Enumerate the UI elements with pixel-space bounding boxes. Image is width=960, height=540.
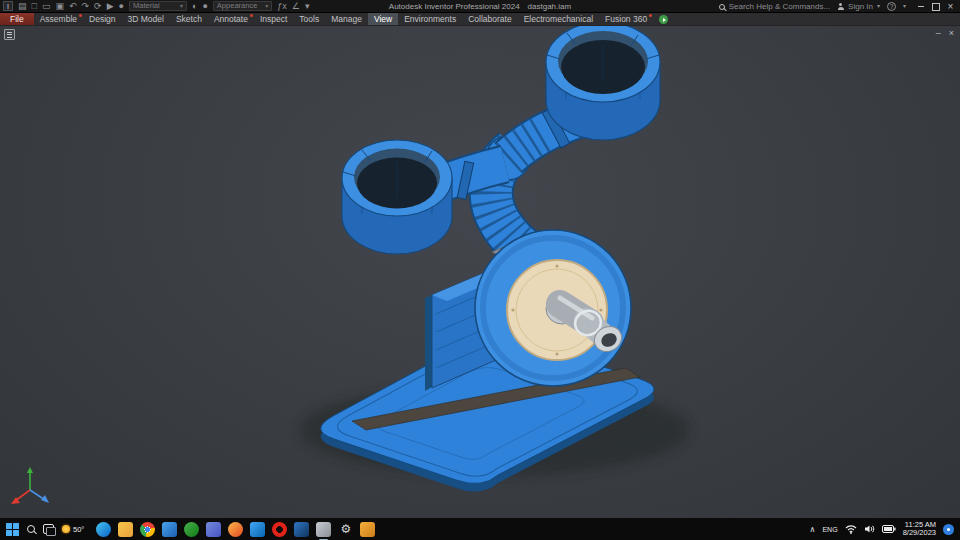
ring-outlet-right[interactable] bbox=[546, 26, 660, 140]
quick-access-toolbar: I ▤□▭▣↶↷⟳▶●Material▾◐●Appearance▾ƒx∠▾ bbox=[0, 0, 309, 13]
ring-outlet-left[interactable] bbox=[342, 140, 452, 254]
tab-assemble[interactable]: Assemble bbox=[34, 13, 83, 25]
tab-manage[interactable]: Manage bbox=[325, 13, 368, 25]
taskbar-app-file-explorer[interactable] bbox=[118, 522, 133, 537]
appearance-dropdown[interactable]: Appearance▾ bbox=[213, 1, 272, 11]
tab-label: 3D Model bbox=[128, 14, 164, 24]
appearance-dropdown-label: Appearance bbox=[217, 2, 257, 10]
origin-triad-icon bbox=[11, 467, 49, 504]
save-icon[interactable]: ▣ bbox=[55, 0, 64, 13]
update-icon[interactable]: ⟳ bbox=[94, 0, 102, 13]
window-maximize-button[interactable] bbox=[928, 0, 943, 13]
weather-temp: 50° bbox=[73, 525, 84, 534]
tab-file[interactable]: File bbox=[0, 13, 34, 25]
app-menu-icon[interactable]: ▤ bbox=[18, 0, 27, 13]
sign-in-button[interactable]: Sign In ▾ bbox=[837, 0, 880, 13]
taskbar-app-settings[interactable]: ⚙ bbox=[338, 522, 353, 537]
start-button[interactable] bbox=[6, 523, 19, 536]
open-icon[interactable]: ▭ bbox=[42, 0, 51, 13]
document-close-icon[interactable]: × bbox=[949, 28, 954, 38]
redo-icon[interactable]: ↷ bbox=[82, 0, 90, 13]
weather-widget[interactable]: 50° bbox=[62, 525, 84, 534]
notification-dot bbox=[79, 14, 82, 17]
taskbar-search-button[interactable] bbox=[27, 525, 35, 533]
notification-center-button[interactable] bbox=[943, 524, 954, 535]
tab-inspect[interactable]: Inspect bbox=[254, 13, 293, 25]
windows-taskbar: 50° ⚙ ∧ ENG 11:25 AM 8/29/2023 bbox=[0, 518, 960, 540]
battery-icon[interactable] bbox=[882, 525, 896, 533]
taskbar-app-opera[interactable] bbox=[272, 522, 287, 537]
notification-dot bbox=[250, 14, 253, 17]
undo-icon[interactable]: ↶ bbox=[69, 0, 77, 13]
appearance-sphere-icon[interactable]: ● bbox=[202, 0, 207, 13]
select-icon[interactable]: ▶ bbox=[107, 0, 114, 13]
tab-3d-model[interactable]: 3D Model bbox=[122, 13, 170, 25]
window-minimize-button[interactable] bbox=[913, 0, 928, 13]
taskbar-app-notepad[interactable] bbox=[360, 522, 375, 537]
tab-sketch[interactable]: Sketch bbox=[170, 13, 208, 25]
tab-label: Sketch bbox=[176, 14, 202, 24]
material-sphere-icon[interactable]: ● bbox=[119, 0, 124, 13]
screencast-play-icon[interactable] bbox=[659, 15, 668, 24]
clock[interactable]: 11:25 AM 8/29/2023 bbox=[903, 521, 936, 538]
language-indicator[interactable]: ENG bbox=[822, 526, 837, 533]
dropdown-caret-icon[interactable]: ▾ bbox=[305, 0, 310, 13]
tab-collaborate[interactable]: Collaborate bbox=[462, 13, 517, 25]
tab-label: Tools bbox=[299, 14, 319, 24]
help-caret-icon[interactable]: ▾ bbox=[903, 0, 906, 13]
app-title: Autodesk Inventor Professional 2024 bbox=[389, 2, 520, 11]
parameters-icon[interactable]: ƒx bbox=[277, 0, 287, 13]
taskbar-app-edge[interactable] bbox=[96, 522, 111, 537]
taskbar-app-vscode[interactable] bbox=[250, 522, 265, 537]
taskbar-apps: ⚙ bbox=[96, 522, 375, 537]
title-bar: I ▤□▭▣↶↷⟳▶●Material▾◐●Appearance▾ƒx∠▾ Au… bbox=[0, 0, 960, 13]
sun-icon bbox=[62, 525, 70, 533]
measure-icon[interactable]: ∠ bbox=[292, 0, 300, 13]
tab-annotate[interactable]: Annotate bbox=[208, 13, 254, 25]
help-icon[interactable]: ? bbox=[887, 2, 896, 11]
sign-in-label: Sign In bbox=[848, 2, 873, 11]
taskbar-app-chrome[interactable] bbox=[140, 522, 155, 537]
notification-dot bbox=[649, 14, 652, 17]
tab-environments[interactable]: Environments bbox=[398, 13, 462, 25]
adjust-icon[interactable]: ◐ bbox=[192, 0, 197, 13]
taskbar-app-autodesk-inventor[interactable] bbox=[316, 522, 331, 537]
material-dropdown[interactable]: Material▾ bbox=[129, 1, 187, 11]
tab-label: Annotate bbox=[214, 14, 248, 24]
tab-label: Electromechanical bbox=[524, 14, 593, 24]
tab-label: Environments bbox=[404, 14, 456, 24]
task-view-button[interactable] bbox=[43, 524, 54, 534]
tab-electromechanical[interactable]: Electromechanical bbox=[518, 13, 599, 25]
document-minimize-icon[interactable]: – bbox=[936, 28, 941, 38]
tab-view[interactable]: View bbox=[368, 13, 398, 25]
taskbar-app-photos[interactable] bbox=[162, 522, 177, 537]
tab-design[interactable]: Design bbox=[83, 13, 121, 25]
system-tray: ∧ ENG 11:25 AM 8/29/2023 bbox=[810, 521, 954, 538]
material-dropdown-label: Material bbox=[133, 2, 160, 10]
tray-date: 8/29/2023 bbox=[903, 529, 936, 538]
inventor-app-icon[interactable]: I bbox=[3, 1, 13, 11]
tab-tools[interactable]: Tools bbox=[293, 13, 325, 25]
taskbar-app-discord[interactable] bbox=[206, 522, 221, 537]
taskbar-app-xbox[interactable] bbox=[184, 522, 199, 537]
caret-icon: ▾ bbox=[265, 2, 268, 10]
ribbon-tab-bar: FileAssembleDesign3D ModelSketchAnnotate… bbox=[0, 13, 960, 26]
volume-icon[interactable] bbox=[864, 524, 875, 534]
model-viewport[interactable]: – × bbox=[0, 26, 960, 518]
search-help-commands[interactable]: Search Help & Commands... bbox=[719, 2, 830, 11]
3d-scene[interactable] bbox=[0, 26, 960, 518]
taskbar-app-firefox[interactable] bbox=[228, 522, 243, 537]
browser-panel-toggle[interactable] bbox=[4, 29, 15, 40]
tab-fusion-360[interactable]: Fusion 360 bbox=[599, 13, 653, 25]
tray-overflow-chevron-icon[interactable]: ∧ bbox=[810, 525, 816, 534]
search-icon bbox=[27, 525, 35, 533]
tab-label: Design bbox=[89, 14, 115, 24]
tab-label: Inspect bbox=[260, 14, 287, 24]
taskbar-app-photoshop[interactable] bbox=[294, 522, 309, 537]
document-title: dastgah.iam bbox=[528, 2, 572, 11]
sign-in-caret-icon: ▾ bbox=[877, 0, 880, 13]
new-file-icon[interactable]: □ bbox=[32, 0, 37, 13]
wifi-icon[interactable] bbox=[845, 524, 857, 534]
ribbon-tabs: FileAssembleDesign3D ModelSketchAnnotate… bbox=[0, 13, 653, 25]
window-close-button[interactable] bbox=[943, 0, 958, 13]
